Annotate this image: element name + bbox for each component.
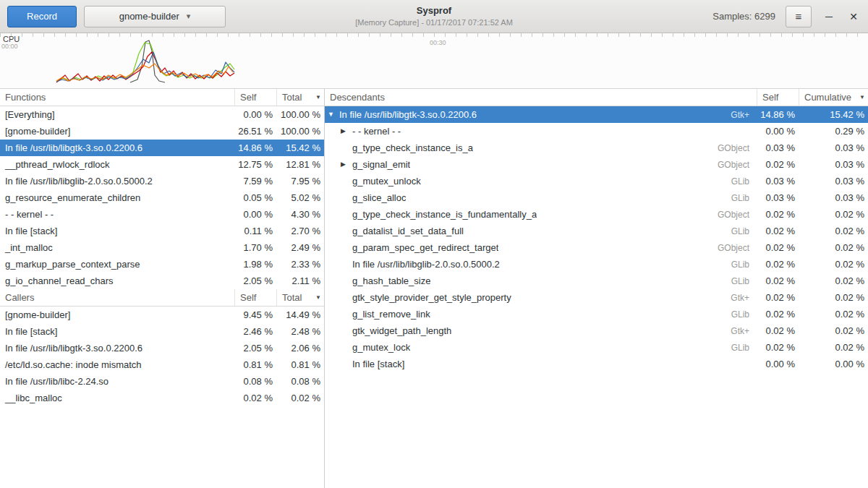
table-row[interactable]: In file [stack]0.11 %2.70 % xyxy=(0,223,324,239)
table-row[interactable]: g_resource_enumerate_children0.05 %5.02 … xyxy=(0,189,324,206)
process-selector-value: gnome-builder xyxy=(119,11,179,22)
tree-row[interactable]: In file [stack]0.00 %0.00 % xyxy=(325,356,868,372)
cumulative-percent: 0.03 % xyxy=(799,176,868,187)
column-header-descendants[interactable]: Descendants xyxy=(325,89,757,106)
table-row[interactable]: [gnome-builder]9.45 %14.49 % xyxy=(0,307,324,323)
tree-row[interactable]: ▶g_signal_emitGObject0.02 %0.03 % xyxy=(325,156,868,173)
self-percent: 26.51 % xyxy=(234,126,276,137)
table-row[interactable]: [gnome-builder]26.51 %100.00 % xyxy=(0,123,324,140)
function-name: g_list_remove_link xyxy=(352,309,430,320)
column-header-self[interactable]: Self xyxy=(234,89,276,106)
tree-row[interactable]: g_param_spec_get_redirect_targetGObject0… xyxy=(325,239,868,256)
table-row[interactable]: __pthread_rwlock_rdlock12.75 %12.81 % xyxy=(0,156,324,173)
minimize-button[interactable]: ─ xyxy=(822,11,836,22)
column-header-functions[interactable]: Functions xyxy=(0,89,234,106)
self-percent: 1.70 % xyxy=(234,242,276,253)
self-percent: 0.02 % xyxy=(757,209,799,220)
menu-button[interactable]: ≡ xyxy=(786,6,812,27)
self-percent: 0.00 % xyxy=(757,126,799,137)
library-badge: GLib xyxy=(726,260,757,270)
expander-icon[interactable]: ▼ xyxy=(328,111,339,118)
window-subtitle: [Memory Capture] - 01/17/2017 07:21:52 A… xyxy=(355,17,513,27)
expander-icon[interactable]: ▶ xyxy=(341,161,352,168)
tree-row[interactable]: ▼In file /usr/lib/libgtk-3.so.0.2200.6Gt… xyxy=(325,106,868,123)
table-row[interactable]: In file /usr/lib/libgtk-3.so.0.2200.62.0… xyxy=(0,340,324,356)
tree-row[interactable]: g_type_check_instance_is_aGObject0.03 %0… xyxy=(325,140,868,156)
cumulative-percent: 0.02 % xyxy=(799,259,868,270)
table-row[interactable]: [Everything]0.00 %100.00 % xyxy=(0,106,324,123)
column-header-total[interactable]: Total ▼ xyxy=(276,289,324,306)
cumulative-percent: 0.02 % xyxy=(799,209,868,220)
function-name: /etc/ld.so.cache: inode mismatch xyxy=(0,359,234,370)
table-row[interactable]: g_io_channel_read_chars2.05 %2.11 % xyxy=(0,273,324,289)
descendants-panel: Descendants Self Cumulative ▼ ▼In file /… xyxy=(325,89,868,488)
column-header-total[interactable]: Total ▼ xyxy=(276,89,324,106)
descendant-name-cell: g_type_check_instance_is_aGObject xyxy=(325,142,757,153)
table-row[interactable]: /etc/ld.so.cache: inode mismatch0.81 %0.… xyxy=(0,356,324,373)
cumulative-percent: 0.02 % xyxy=(799,292,868,303)
tree-row[interactable]: ▶- - kernel - -0.00 %0.29 % xyxy=(325,123,868,140)
library-badge: Gtk+ xyxy=(725,326,757,336)
self-percent: 0.81 % xyxy=(234,359,276,370)
sort-indicator-icon: ▼ xyxy=(315,295,321,301)
function-name: In file /usr/lib/libgtk-3.so.0.2200.6 xyxy=(0,343,234,354)
column-header-callers[interactable]: Callers xyxy=(0,289,234,306)
total-percent: 15.42 % xyxy=(276,142,324,153)
table-row[interactable]: In file /usr/lib/libgtk-3.so.0.2200.614.… xyxy=(0,140,324,156)
function-name: In file /usr/lib/libgtk-3.so.0.2200.6 xyxy=(339,109,477,120)
tree-row[interactable]: g_mutex_unlockGLib0.03 %0.03 % xyxy=(325,173,868,189)
descendant-name-cell: g_type_check_instance_is_fundamentally_a… xyxy=(325,209,757,220)
total-percent: 2.06 % xyxy=(276,343,324,354)
table-row[interactable]: In file [stack]2.46 %2.48 % xyxy=(0,323,324,340)
functions-table-header: Functions Self Total ▼ xyxy=(0,89,324,106)
cumulative-percent: 0.29 % xyxy=(799,126,868,137)
close-icon: ✕ xyxy=(849,11,858,22)
table-row[interactable]: In file /usr/lib/libc-2.24.so0.08 %0.08 … xyxy=(0,373,324,390)
self-percent: 0.02 % xyxy=(757,259,799,270)
functions-table: [Everything]0.00 %100.00 %[gnome-builder… xyxy=(0,106,324,289)
table-row[interactable]: - - kernel - -0.00 %4.30 % xyxy=(0,206,324,223)
function-name: [gnome-builder] xyxy=(0,126,234,137)
library-badge: GLib xyxy=(726,226,757,236)
self-percent: 1.98 % xyxy=(234,259,276,270)
function-name: g_slice_alloc xyxy=(352,192,406,203)
tree-row[interactable]: g_mutex_lockGLib0.02 %0.02 % xyxy=(325,339,868,356)
close-button[interactable]: ✕ xyxy=(846,11,861,22)
self-percent: 0.11 % xyxy=(234,226,276,236)
total-percent: 2.11 % xyxy=(276,275,324,286)
tree-row[interactable]: In file /usr/lib/libglib-2.0.so.0.5000.2… xyxy=(325,256,868,273)
total-percent: 2.70 % xyxy=(276,226,324,236)
tree-row[interactable]: gtk_widget_path_lengthGtk+0.02 %0.02 % xyxy=(325,322,868,339)
tree-row[interactable]: gtk_style_provider_get_style_propertyGtk… xyxy=(325,289,868,306)
expander-icon[interactable]: ▶ xyxy=(341,128,352,134)
cpu-graph-area[interactable]: CPU 00:00 00:30 xyxy=(0,33,868,89)
total-percent: 0.81 % xyxy=(276,359,324,370)
table-row[interactable]: _int_malloc1.70 %2.49 % xyxy=(0,239,324,256)
function-name: g_mutex_unlock xyxy=(352,176,421,187)
cumulative-percent: 0.02 % xyxy=(799,342,868,353)
record-button[interactable]: Record xyxy=(7,6,77,27)
cumulative-percent: 0.00 % xyxy=(799,359,868,369)
column-header-cumulative[interactable]: Cumulative ▼ xyxy=(799,89,868,106)
table-row[interactable]: In file /usr/lib/libglib-2.0.so.0.5000.2… xyxy=(0,173,324,189)
samples-count: Samples: 6299 xyxy=(712,11,775,22)
tree-row[interactable]: g_slice_allocGLib0.03 %0.03 % xyxy=(325,189,868,206)
table-row[interactable]: g_markup_parse_context_parse1.98 %2.33 % xyxy=(0,256,324,273)
cpu-orange-line xyxy=(56,64,233,81)
column-header-self[interactable]: Self xyxy=(234,289,276,306)
self-percent: 0.02 % xyxy=(757,242,799,253)
sort-indicator-icon: ▼ xyxy=(859,95,865,100)
process-selector[interactable]: gnome-builder ▾ xyxy=(84,6,226,27)
cumulative-percent: 0.02 % xyxy=(799,242,868,253)
function-name: In file /usr/lib/libglib-2.0.so.0.5000.2 xyxy=(352,259,500,270)
descendant-name-cell: g_mutex_unlockGLib xyxy=(325,176,757,187)
descendant-name-cell: g_list_remove_linkGLib xyxy=(325,309,757,320)
tree-row[interactable]: g_hash_table_sizeGLib0.02 %0.02 % xyxy=(325,273,868,289)
library-badge: GLib xyxy=(726,343,757,353)
cumulative-percent: 0.02 % xyxy=(799,325,868,336)
column-header-self[interactable]: Self xyxy=(757,89,799,106)
tree-row[interactable]: g_list_remove_linkGLib0.02 %0.02 % xyxy=(325,306,868,322)
tree-row[interactable]: g_datalist_id_set_data_fullGLib0.02 %0.0… xyxy=(325,223,868,239)
table-row[interactable]: __libc_malloc0.02 %0.02 % xyxy=(0,390,324,406)
tree-row[interactable]: g_type_check_instance_is_fundamentally_a… xyxy=(325,206,868,223)
